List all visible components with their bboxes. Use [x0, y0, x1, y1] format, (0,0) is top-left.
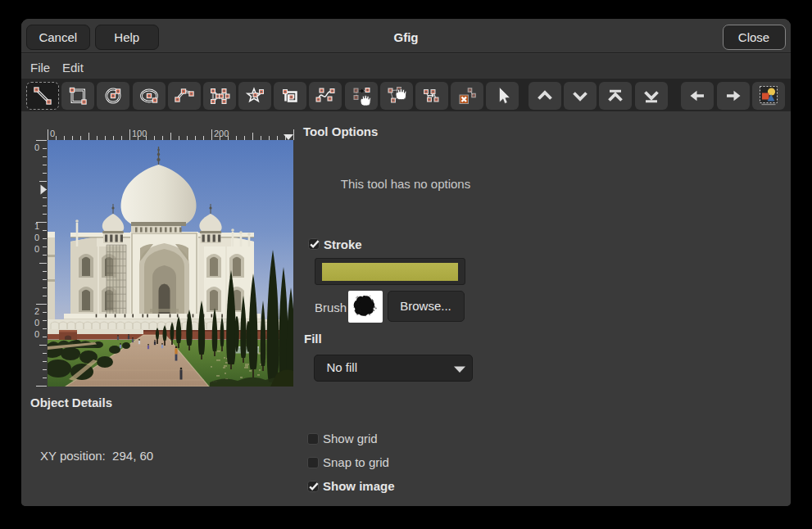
svg-text:1: 1	[34, 221, 39, 231]
svg-text:200: 200	[214, 129, 229, 138]
svg-text:0: 0	[34, 233, 39, 242]
svg-text:0: 0	[34, 244, 39, 254]
svg-text:100: 100	[132, 129, 147, 138]
svg-text:2: 2	[34, 306, 39, 316]
svg-text:0: 0	[34, 329, 39, 339]
svg-text:0: 0	[50, 129, 55, 138]
svg-text:0: 0	[34, 318, 39, 328]
svg-text:0: 0	[34, 142, 39, 152]
